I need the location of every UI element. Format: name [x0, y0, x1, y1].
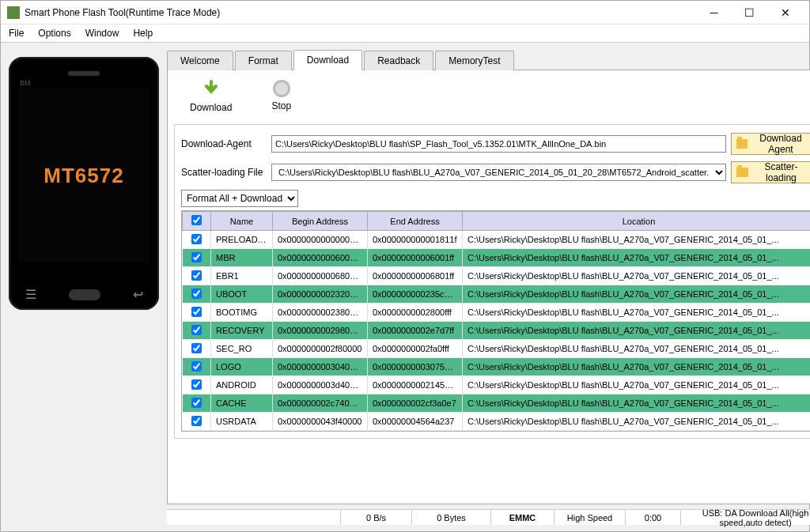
- body: BM MT6572 ☰ ↩ Welcome Format Download Re…: [1, 43, 809, 531]
- row-location: C:\Users\Ricky\Desktop\BLU flash\BLU_A27…: [463, 413, 811, 431]
- header-begin[interactable]: Begin Address: [273, 212, 368, 231]
- tab-download[interactable]: Download: [293, 50, 362, 70]
- scatter-browse-button[interactable]: Scatter-loading: [731, 161, 810, 183]
- table-row[interactable]: MBR0x00000000006000000x00000000006001ffC…: [183, 249, 811, 267]
- phone-screen: MT6572: [18, 89, 150, 262]
- row-checkbox[interactable]: [191, 416, 202, 426]
- da-browse-button[interactable]: Download Agent: [731, 133, 810, 155]
- window-buttons: ─ ☐ ✕: [696, 2, 803, 24]
- row-checkbox[interactable]: [191, 270, 202, 281]
- row-begin: 0x000000002c740000: [273, 394, 368, 413]
- tab-welcome[interactable]: Welcome: [167, 51, 233, 70]
- row-name: UBOOT: [211, 285, 273, 304]
- row-checkbox[interactable]: [191, 289, 202, 299]
- table-row[interactable]: RECOVERY0x00000000029800000x0000000002e7…: [183, 322, 811, 340]
- row-checkbox[interactable]: [191, 361, 202, 372]
- window-title: Smart Phone Flash Tool(Runtime Trace Mod…: [25, 7, 696, 18]
- phone-speaker-icon: [68, 71, 100, 76]
- download-arrow-icon: [202, 80, 221, 99]
- row-location: C:\Users\Ricky\Desktop\BLU flash\BLU_A27…: [463, 304, 811, 322]
- table-row[interactable]: CACHE0x000000002c7400000x000000002cf3a0e…: [183, 394, 811, 413]
- scatter-select[interactable]: C:\Users\Ricky\Desktop\BLU flash\BLU_A27…: [271, 164, 726, 181]
- row-checkbox[interactable]: [191, 398, 202, 408]
- table-header-row: Name Begin Address End Address Location: [183, 212, 811, 231]
- tab-format[interactable]: Format: [235, 51, 292, 70]
- row-name: MBR: [211, 249, 273, 267]
- tab-content: Download Stop Download-Agent Download Ag…: [167, 70, 810, 504]
- status-speed: 0 B/s: [341, 510, 412, 525]
- row-checkbox[interactable]: [191, 252, 202, 262]
- row-check-cell: [183, 376, 211, 394]
- da-input[interactable]: [271, 135, 726, 153]
- header-name[interactable]: Name: [211, 212, 273, 231]
- status-bytes: 0 Bytes: [412, 510, 491, 525]
- header-checkbox[interactable]: [191, 215, 202, 225]
- row-check-cell: [183, 267, 211, 285]
- row-location: C:\Users\Ricky\Desktop\BLU flash\BLU_A27…: [463, 267, 811, 285]
- table-body: PRELOADER0x00000000000000000x00000000000…: [183, 231, 811, 431]
- row-checkbox[interactable]: [191, 379, 202, 390]
- row-checkbox[interactable]: [191, 307, 202, 317]
- back-icon: ↩: [133, 287, 143, 302]
- phone-bm-label: BM: [20, 79, 31, 87]
- row-checkbox[interactable]: [191, 343, 202, 353]
- table-row[interactable]: LOGO0x00000000030400000x00000000030754e5…: [183, 358, 811, 376]
- right-pane: Welcome Format Download Readback MemoryT…: [167, 43, 810, 531]
- phone-navbar: ☰ ↩: [9, 287, 159, 302]
- row-name: ANDROID: [211, 376, 273, 394]
- row-name: BOOTIMG: [211, 304, 273, 322]
- download-agent-row: Download-Agent Download Agent: [181, 133, 810, 155]
- row-end: 0x000000000235ce43: [368, 285, 463, 304]
- row-check-cell: [183, 358, 211, 376]
- scatter-button-label: Scatter-loading: [751, 161, 810, 183]
- header-location[interactable]: Location: [463, 212, 811, 231]
- close-button[interactable]: ✕: [767, 2, 803, 24]
- tabstrip: Welcome Format Download Readback MemoryT…: [167, 49, 810, 70]
- tab-memorytest[interactable]: MemoryTest: [435, 51, 513, 70]
- row-begin: 0x0000000043f40000: [273, 413, 368, 431]
- menu-file[interactable]: File: [9, 28, 24, 39]
- table-row[interactable]: BOOTIMG0x00000000023800000x0000000002800…: [183, 304, 811, 322]
- status-mode: High Speed: [555, 510, 626, 525]
- row-end: 0x00000004564a237: [368, 413, 463, 431]
- action-bar: Download Stop: [174, 77, 810, 119]
- menu-help[interactable]: Help: [133, 28, 153, 39]
- mode-select[interactable]: Format All + Download: [181, 190, 298, 207]
- tab-readback[interactable]: Readback: [364, 51, 433, 70]
- row-name: CACHE: [211, 394, 273, 413]
- row-name: USRDATA: [211, 413, 273, 431]
- row-begin: 0x0000000002f80000: [273, 340, 368, 358]
- statusbar: 0 B/s 0 Bytes EMMC High Speed 0:00 USB: …: [167, 509, 810, 525]
- row-begin: 0x0000000003d40000: [273, 376, 368, 394]
- row-check-cell: [183, 413, 211, 431]
- maximize-button[interactable]: ☐: [732, 2, 767, 24]
- row-location: C:\Users\Ricky\Desktop\BLU flash\BLU_A27…: [463, 340, 811, 358]
- row-checkbox[interactable]: [191, 325, 202, 335]
- row-checkbox[interactable]: [191, 234, 202, 244]
- row-end: 0x0000000002e7d7ff: [368, 322, 463, 340]
- row-end: 0x000000002cf3a0e7: [368, 394, 463, 413]
- minimize-button[interactable]: ─: [696, 2, 732, 24]
- stop-button[interactable]: Stop: [271, 80, 291, 113]
- table-row[interactable]: SEC_RO0x0000000002f800000x0000000002fa0f…: [183, 340, 811, 358]
- row-location: C:\Users\Ricky\Desktop\BLU flash\BLU_A27…: [463, 376, 811, 394]
- download-label: Download: [190, 102, 232, 113]
- header-end[interactable]: End Address: [368, 212, 463, 231]
- row-location: C:\Users\Ricky\Desktop\BLU flash\BLU_A27…: [463, 285, 811, 304]
- row-end: 0x00000000006801ff: [368, 267, 463, 285]
- menu-window[interactable]: Window: [85, 28, 119, 39]
- download-button[interactable]: Download: [190, 80, 232, 113]
- table-row[interactable]: ANDROID0x0000000003d400000x0000000002145…: [183, 376, 811, 394]
- menu-options[interactable]: Options: [38, 28, 70, 39]
- row-check-cell: [183, 304, 211, 322]
- table-row[interactable]: UBOOT0x00000000023200000x000000000235ce4…: [183, 285, 811, 304]
- table-row[interactable]: EBR10x00000000006800000x00000000006801ff…: [183, 267, 811, 285]
- titlebar: Smart Phone Flash Tool(Runtime Trace Mod…: [1, 1, 809, 25]
- row-end: 0x00000000006001ff: [368, 249, 463, 267]
- row-begin: 0x0000000002320000: [273, 285, 368, 304]
- row-end: 0x0000000002800fff: [368, 304, 463, 322]
- table-row[interactable]: USRDATA0x0000000043f400000x00000004564a2…: [183, 413, 811, 431]
- row-check-cell: [183, 322, 211, 340]
- row-begin: 0x0000000002380000: [273, 304, 368, 322]
- table-row[interactable]: PRELOADER0x00000000000000000x00000000000…: [183, 231, 811, 249]
